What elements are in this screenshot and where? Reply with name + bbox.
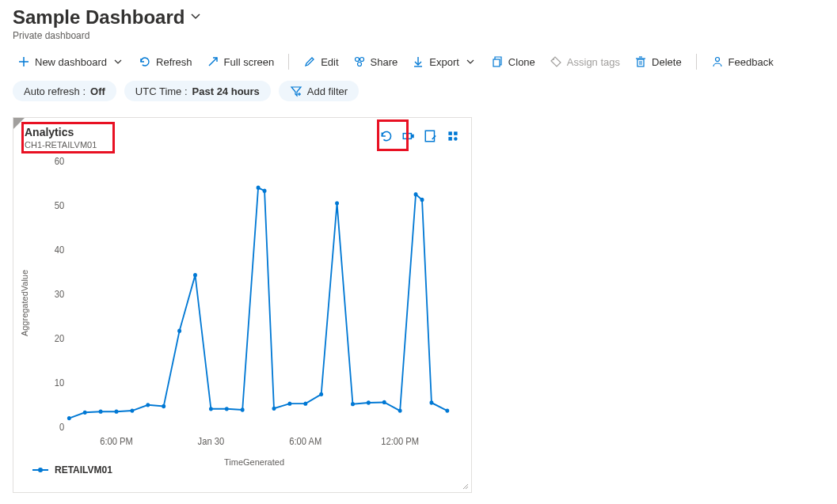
assign-tags-button: Assign tags [545, 52, 625, 71]
full-screen-label: Full screen [224, 56, 275, 68]
line-chart: 0102030405060 6:00 PMJan 306:00 AM12:00 … [53, 156, 455, 453]
svg-point-58 [382, 400, 386, 404]
auto-refresh-pill[interactable]: Auto refresh : Off [13, 81, 116, 101]
svg-point-9 [553, 59, 554, 60]
svg-point-15 [715, 58, 719, 62]
svg-point-55 [335, 201, 339, 205]
svg-point-59 [398, 408, 402, 412]
svg-point-52 [287, 401, 291, 405]
svg-point-45 [193, 273, 197, 277]
tile-action-bar [379, 126, 460, 143]
svg-rect-22 [448, 131, 452, 135]
clone-button[interactable]: Clone [486, 52, 540, 71]
new-dashboard-button[interactable]: New dashboard [13, 52, 129, 71]
svg-text:12:00 PM: 12:00 PM [381, 435, 419, 446]
feedback-button[interactable]: Feedback [706, 52, 778, 71]
svg-line-65 [466, 487, 468, 489]
export-label: Export [429, 56, 459, 68]
svg-line-64 [463, 484, 468, 489]
svg-text:10: 10 [55, 377, 65, 388]
trash-icon [634, 55, 647, 68]
auto-refresh-label: Auto refresh : [24, 85, 86, 97]
chart-area: AggregatedValue 0102030405060 6:00 PMJan… [13, 153, 471, 453]
auto-refresh-value: Off [90, 85, 105, 97]
svg-rect-24 [448, 137, 452, 141]
separator [696, 54, 697, 70]
dashboard-subtitle: Private dashboard [13, 30, 824, 41]
svg-point-39 [99, 410, 103, 414]
svg-rect-20 [411, 135, 413, 138]
share-button[interactable]: Share [348, 52, 403, 71]
svg-rect-23 [454, 131, 458, 135]
delete-label: Delete [652, 56, 682, 68]
svg-point-62 [430, 400, 434, 404]
assign-tags-label: Assign tags [567, 56, 620, 68]
time-range-label: UTC Time : [135, 85, 188, 97]
x-axis-label: TimeGenerated [53, 457, 455, 467]
refresh-button[interactable]: Refresh [134, 52, 197, 71]
svg-text:30: 30 [55, 289, 65, 300]
analytics-tile[interactable]: Analytics CH1-RETAILVM01 AggregatedValue… [13, 117, 472, 493]
time-range-pill[interactable]: UTC Time : Past 24 hours [124, 81, 271, 101]
open-logs-icon[interactable] [401, 129, 416, 143]
legend-marker [32, 469, 48, 471]
add-filter-pill[interactable]: Add filter [279, 81, 359, 101]
svg-rect-21 [425, 131, 434, 142]
tag-icon [550, 55, 562, 68]
svg-point-42 [146, 403, 150, 407]
svg-point-60 [414, 192, 418, 196]
svg-line-2 [209, 58, 217, 66]
dashboard-title: Sample Dashboard [13, 6, 185, 28]
filter-bar: Auto refresh : Off UTC Time : Past 24 ho… [13, 81, 824, 101]
svg-point-57 [367, 400, 371, 404]
svg-point-53 [303, 401, 307, 405]
feedback-label: Feedback [729, 56, 774, 68]
delete-button[interactable]: Delete [630, 52, 687, 71]
svg-point-50 [263, 189, 267, 193]
add-filter-label: Add filter [307, 85, 348, 97]
resize-handle-icon[interactable] [461, 482, 469, 490]
svg-text:Jan 30: Jan 30 [198, 435, 225, 446]
svg-point-40 [115, 410, 119, 414]
tile-subtitle: CH1-RETAILVM01 [25, 140, 97, 150]
svg-point-38 [83, 411, 87, 415]
svg-point-47 [225, 407, 229, 411]
tile-drag-handle[interactable] [13, 118, 25, 129]
svg-text:20: 20 [55, 333, 65, 344]
tile-title: Analytics [25, 126, 97, 138]
svg-text:50: 50 [55, 200, 65, 211]
svg-point-25 [454, 137, 458, 141]
chevron-down-icon [464, 55, 477, 68]
svg-rect-8 [493, 59, 500, 66]
full-screen-button[interactable]: Full screen [202, 52, 280, 71]
fullscreen-icon [207, 55, 219, 68]
filter-icon [290, 85, 302, 97]
svg-point-49 [257, 186, 261, 190]
refresh-icon [139, 55, 151, 68]
svg-point-63 [445, 408, 449, 412]
export-button[interactable]: Export [407, 52, 481, 71]
svg-point-46 [209, 407, 213, 411]
dashboard-dropdown-chevron[interactable] [189, 9, 202, 26]
tile-refresh-icon[interactable] [379, 129, 394, 143]
edit-button[interactable]: Edit [299, 52, 343, 71]
svg-point-37 [67, 416, 71, 420]
svg-point-51 [272, 407, 276, 411]
download-icon [412, 55, 424, 68]
pencil-icon [303, 55, 316, 68]
separator [288, 54, 289, 70]
share-icon [353, 55, 366, 68]
clone-icon [491, 55, 504, 68]
svg-text:60: 60 [55, 156, 65, 166]
svg-text:6:00 PM: 6:00 PM [100, 435, 133, 446]
share-label: Share [371, 56, 398, 68]
svg-point-61 [420, 198, 424, 202]
more-options-icon[interactable] [446, 129, 460, 143]
edit-query-icon[interactable] [424, 129, 438, 143]
svg-point-41 [130, 408, 134, 412]
clone-label: Clone [508, 56, 535, 68]
refresh-label: Refresh [156, 56, 192, 68]
plus-icon [17, 55, 30, 68]
time-range-value: Past 24 hours [192, 85, 260, 97]
svg-text:0: 0 [59, 422, 65, 433]
